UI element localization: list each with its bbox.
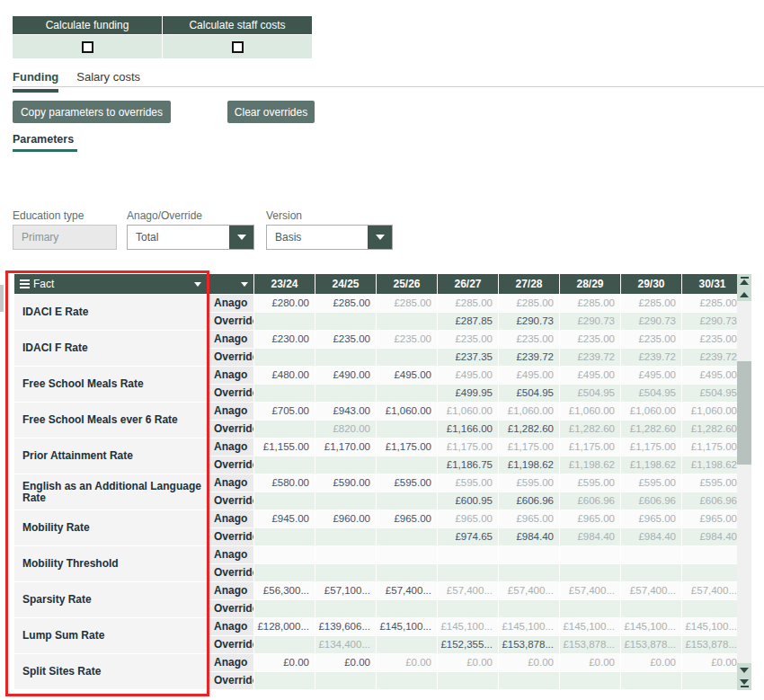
override-value-cell[interactable] (560, 564, 620, 581)
anago-value-cell[interactable]: £285.00 (377, 295, 437, 312)
version-select[interactable]: Basis (266, 225, 393, 250)
anago-value-cell[interactable]: £965.00 (377, 510, 437, 527)
education-type-field[interactable]: Primary (13, 225, 117, 250)
override-value-cell[interactable]: £1,186.75 (438, 456, 498, 474)
tab-parameters[interactable]: Parameters (13, 133, 74, 146)
anago-value-cell[interactable]: £0.00 (560, 654, 620, 671)
anago-value-cell[interactable]: £595.00 (621, 474, 681, 492)
tab-funding[interactable]: Funding (13, 70, 58, 93)
tab-salary-costs[interactable]: Salary costs (76, 70, 140, 93)
override-value-cell[interactable] (315, 313, 376, 330)
override-value-cell[interactable] (560, 672, 620, 689)
override-value-cell[interactable] (377, 600, 437, 617)
anago-value-cell[interactable] (682, 546, 742, 563)
override-value-cell[interactable] (621, 672, 681, 689)
override-value-cell[interactable] (377, 636, 437, 653)
anago-value-cell[interactable]: £57,400... (621, 582, 681, 599)
scrollbar-track[interactable] (737, 301, 751, 663)
override-value-cell[interactable] (254, 528, 315, 545)
anago-value-cell[interactable] (438, 546, 498, 563)
anago-value-cell[interactable]: £945.00 (254, 510, 315, 527)
override-value-cell[interactable]: £606.96 (499, 492, 559, 509)
anago-value-cell[interactable]: £285.00 (499, 295, 559, 312)
override-value-cell[interactable] (438, 600, 498, 617)
anago-value-cell[interactable] (499, 546, 559, 563)
scrollbar-thumb[interactable] (737, 361, 751, 465)
anago-value-cell[interactable]: £1,175.00 (377, 439, 437, 456)
anago-value-cell[interactable] (254, 546, 315, 563)
override-value-cell[interactable]: £153,878... (560, 636, 620, 653)
scroll-up-button[interactable] (737, 288, 751, 301)
override-value-cell[interactable]: £606.96 (560, 492, 620, 509)
anago-value-cell[interactable]: £1,175.00 (438, 439, 498, 456)
override-value-cell[interactable] (254, 349, 315, 366)
override-value-cell[interactable]: £820.00 (315, 421, 376, 438)
override-value-cell[interactable]: £153,878... (621, 636, 681, 653)
anago-value-cell[interactable]: £0.00 (254, 654, 315, 671)
anago-value-cell[interactable]: £580.00 (254, 474, 315, 492)
anago-value-cell[interactable]: £495.00 (682, 367, 742, 384)
override-value-cell[interactable] (315, 600, 376, 617)
anago-value-cell[interactable]: £57,400... (682, 582, 742, 599)
override-value-cell[interactable]: £290.73 (621, 313, 681, 330)
override-value-cell[interactable] (682, 564, 742, 581)
anago-value-cell[interactable]: £145,100... (499, 618, 559, 635)
anago-value-cell[interactable]: £235.00 (560, 331, 620, 348)
override-value-cell[interactable] (377, 385, 437, 402)
override-value-cell[interactable] (315, 456, 376, 474)
anago-value-cell[interactable]: £595.00 (682, 474, 742, 492)
anago-override-dropdown-button[interactable] (229, 226, 253, 249)
anago-value-cell[interactable]: £57,100... (315, 582, 376, 599)
anago-value-cell[interactable]: £0.00 (315, 654, 376, 671)
anago-value-cell[interactable]: £495.00 (560, 367, 620, 384)
anago-value-cell[interactable] (621, 546, 681, 563)
anago-value-cell[interactable]: £480.00 (254, 367, 315, 384)
override-value-cell[interactable]: £499.95 (438, 385, 498, 402)
override-value-cell[interactable] (499, 600, 559, 617)
calculate-funding-checkbox[interactable] (82, 41, 93, 53)
menu-icon[interactable] (20, 283, 30, 285)
anago-value-cell[interactable]: £1,060.00 (682, 403, 742, 420)
override-value-cell[interactable]: £606.96 (621, 492, 681, 509)
anago-value-cell[interactable]: £0.00 (621, 654, 681, 671)
anago-value-cell[interactable]: £145,100... (438, 618, 498, 635)
anago-value-cell[interactable]: £280.00 (254, 295, 315, 312)
anago-value-cell[interactable]: £595.00 (377, 474, 437, 492)
anago-value-cell[interactable]: £235.00 (315, 331, 376, 348)
override-value-cell[interactable] (621, 600, 681, 617)
anago-value-cell[interactable]: £0.00 (499, 654, 559, 671)
override-value-cell[interactable]: £1,198.62 (560, 456, 620, 474)
override-value-cell[interactable] (682, 672, 742, 689)
scroll-to-bottom-button[interactable] (737, 677, 751, 690)
anago-value-cell[interactable]: £595.00 (499, 474, 559, 492)
anago-value-cell[interactable]: £1,175.00 (560, 439, 620, 456)
override-value-cell[interactable]: £237.35 (438, 349, 498, 366)
override-value-cell[interactable] (438, 564, 498, 581)
anago-value-cell[interactable]: £1,060.00 (438, 403, 498, 420)
override-value-cell[interactable] (254, 600, 315, 617)
override-value-cell[interactable]: £600.95 (438, 492, 498, 509)
override-value-cell[interactable]: £504.95 (621, 385, 681, 402)
override-value-cell[interactable]: £504.95 (560, 385, 620, 402)
override-value-cell[interactable]: £1,282.60 (682, 421, 742, 438)
version-dropdown-button[interactable] (368, 226, 392, 249)
anago-value-cell[interactable]: £943.00 (315, 403, 376, 420)
clear-overrides-button[interactable]: Clear overrides (227, 101, 315, 123)
anago-value-cell[interactable]: £965.00 (682, 510, 742, 527)
scroll-down-button[interactable] (737, 663, 751, 677)
anago-value-cell[interactable] (377, 546, 437, 563)
override-value-cell[interactable]: £1,166.00 (438, 421, 498, 438)
row-type-column-dropdown-caret[interactable] (241, 282, 248, 287)
anago-value-cell[interactable]: £285.00 (560, 295, 620, 312)
anago-value-cell[interactable]: £230.00 (254, 331, 315, 348)
override-value-cell[interactable]: £1,282.60 (560, 421, 620, 438)
scroll-to-top-button[interactable] (737, 274, 751, 288)
override-value-cell[interactable] (682, 600, 742, 617)
anago-value-cell[interactable]: £960.00 (315, 510, 376, 527)
override-value-cell[interactable] (315, 528, 376, 545)
anago-value-cell[interactable]: £1,060.00 (499, 403, 559, 420)
override-value-cell[interactable] (377, 672, 437, 689)
override-value-cell[interactable] (499, 564, 559, 581)
anago-override-select[interactable]: Total (127, 225, 254, 250)
anago-value-cell[interactable]: £57,400... (560, 582, 620, 599)
